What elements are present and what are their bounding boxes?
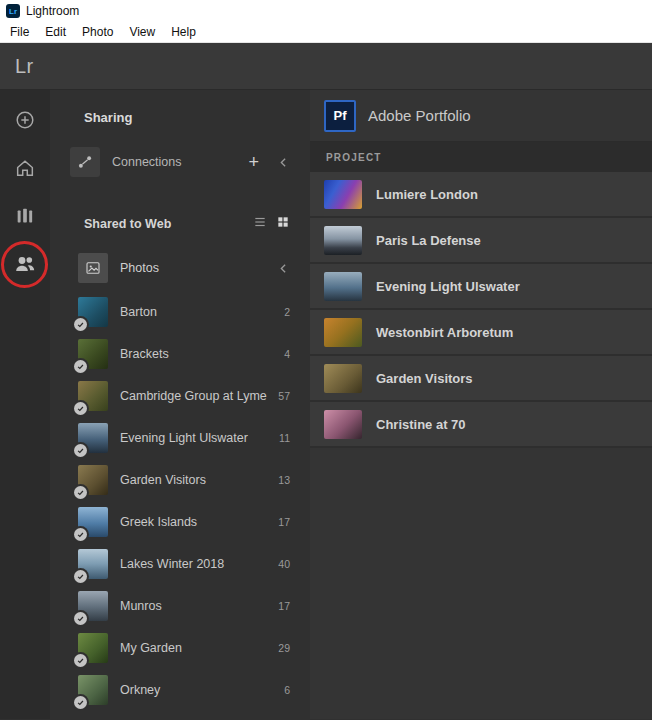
chevron-left-icon: [277, 156, 290, 169]
menu-bar: File Edit Photo View Help: [0, 22, 652, 43]
menu-help[interactable]: Help: [163, 22, 204, 42]
sync-check-icon: [74, 654, 87, 667]
album-name: My Garden: [120, 641, 270, 655]
add-photos-button[interactable]: [12, 107, 38, 133]
album-row-cambridge-group-at-lyme[interactable]: Cambridge Group at Lyme 57: [50, 375, 310, 417]
plus-circle-icon: [14, 109, 36, 131]
album-count: 11: [279, 432, 290, 444]
album-row-lakes-winter-2018[interactable]: Lakes Winter 2018 40: [50, 543, 310, 585]
project-thumbnail: [324, 226, 362, 255]
project-name: Christine at 70: [376, 417, 466, 432]
album-row-evening-light-ulswater[interactable]: Evening Light Ulswater 11: [50, 417, 310, 459]
sync-check-icon: [74, 612, 87, 625]
project-name: Westonbirt Arboretum: [376, 325, 513, 340]
album-count: 40: [278, 558, 290, 570]
album-name: Garden Visitors: [120, 473, 270, 487]
menu-file[interactable]: File: [2, 22, 37, 42]
project-name: Paris La Defense: [376, 233, 481, 248]
project-row-christine-at-70[interactable]: Christine at 70: [310, 402, 652, 448]
project-row-paris-la-defense[interactable]: Paris La Defense: [310, 218, 652, 264]
library-icon: [14, 205, 36, 227]
album-name: Lakes Winter 2018: [120, 557, 270, 571]
window-title: Lightroom: [26, 4, 79, 18]
album-name: Greek Islands: [120, 515, 270, 529]
home-icon: [14, 157, 36, 179]
connections-icon: [70, 147, 100, 177]
project-thumbnail: [324, 318, 362, 347]
album-row-munros[interactable]: Munros 17: [50, 585, 310, 627]
project-name: Evening Light Ulswater: [376, 279, 520, 294]
project-thumbnail: [324, 410, 362, 439]
adobe-portfolio-icon: Pf: [324, 100, 356, 132]
people-icon: [13, 252, 37, 276]
album-row-barton[interactable]: Barton 2: [50, 291, 310, 333]
photos-label: Photos: [120, 261, 159, 275]
album-name: Barton: [120, 305, 276, 319]
album-row-garden-visitors[interactable]: Garden Visitors 13: [50, 459, 310, 501]
collapse-photos-button[interactable]: [277, 262, 290, 275]
connections-label: Connections: [112, 155, 182, 169]
album-name: Brackets: [120, 347, 276, 361]
album-name: Cambridge Group at Lyme: [120, 389, 270, 403]
sync-check-icon: [74, 486, 87, 499]
project-row-garden-visitors[interactable]: Garden Visitors: [310, 356, 652, 402]
shared-to-web-label: Shared to Web: [84, 217, 171, 231]
project-row-evening-light-ulswater[interactable]: Evening Light Ulswater: [310, 264, 652, 310]
project-name: Lumiere London: [376, 187, 478, 202]
album-name: Evening Light Ulswater: [120, 431, 271, 445]
menu-photo[interactable]: Photo: [74, 22, 121, 42]
add-connection-button[interactable]: +: [248, 153, 259, 171]
photos-row[interactable]: Photos: [78, 251, 290, 285]
project-row-westonbirt-arboretum[interactable]: Westonbirt Arboretum: [310, 310, 652, 356]
library-button[interactable]: [12, 203, 38, 229]
sync-check-icon: [74, 528, 87, 541]
sharing-panel: Sharing Connections +: [50, 90, 310, 719]
sync-check-icon: [74, 318, 87, 331]
album-name: Munros: [120, 599, 270, 613]
chevron-left-icon: [277, 262, 290, 275]
title-bar: Lr Lightroom: [0, 0, 652, 22]
album-name: Orkney: [120, 683, 276, 697]
list-view-icon: [253, 215, 267, 229]
album-count: 2: [284, 306, 290, 318]
album-row-greek-islands[interactable]: Greek Islands 17: [50, 501, 310, 543]
lightroom-app-icon: Lr: [6, 4, 20, 18]
portfolio-title: Adobe Portfolio: [368, 107, 471, 124]
album-count: 13: [278, 474, 290, 486]
menu-edit[interactable]: Edit: [37, 22, 74, 42]
lightroom-window: Lr Lightroom File Edit Photo View Help L…: [0, 0, 652, 720]
sharing-button[interactable]: [12, 251, 38, 277]
album-row-my-garden[interactable]: My Garden 29: [50, 627, 310, 669]
left-rail: [0, 90, 50, 719]
sync-check-icon: [74, 402, 87, 415]
sync-check-icon: [74, 570, 87, 583]
grid-view-button[interactable]: [276, 215, 290, 233]
project-name: Garden Visitors: [376, 371, 473, 386]
album-row-brackets[interactable]: Brackets 4: [50, 333, 310, 375]
project-thumbnail: [324, 272, 362, 301]
project-thumbnail: [324, 180, 362, 209]
list-view-button[interactable]: [253, 215, 267, 233]
album-count: 29: [278, 642, 290, 654]
project-thumbnail: [324, 364, 362, 393]
shared-to-web-header: Shared to Web: [70, 215, 290, 233]
sync-check-icon: [74, 696, 87, 709]
sharing-panel-title: Sharing: [84, 110, 310, 125]
project-row-lumiere-london[interactable]: Lumiere London: [310, 172, 652, 218]
photos-icon: [78, 253, 108, 283]
connections-row[interactable]: Connections +: [70, 145, 290, 179]
album-count: 57: [278, 390, 290, 402]
collapse-connections-button[interactable]: [277, 156, 290, 169]
album-count: 17: [278, 600, 290, 612]
portfolio-panel: Pf Adobe Portfolio PROJECT Lumiere Londo…: [310, 90, 652, 719]
grid-view-icon: [276, 215, 290, 229]
album-count: 4: [284, 348, 290, 360]
shared-album-list: Barton 2 Brackets 4 Cambri: [50, 291, 310, 711]
portfolio-header: Pf Adobe Portfolio: [310, 90, 652, 142]
project-section-header: PROJECT: [310, 142, 652, 172]
lightroom-logo: Lr: [15, 55, 34, 78]
home-button[interactable]: [12, 155, 38, 181]
menu-view[interactable]: View: [121, 22, 163, 42]
album-row-orkney[interactable]: Orkney 6: [50, 669, 310, 711]
sync-check-icon: [74, 444, 87, 457]
